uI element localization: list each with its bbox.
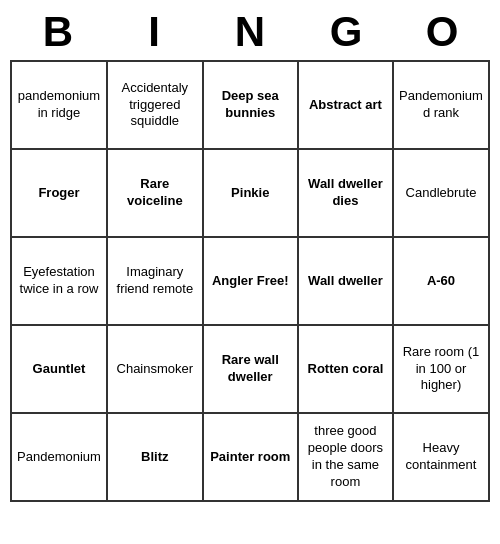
bingo-header: BINGO [10, 0, 490, 60]
cell-4-1: Blitz [107, 413, 203, 501]
bingo-letter-g: G [302, 8, 390, 56]
cell-0-2: Deep sea bunnies [203, 61, 298, 149]
cell-1-1: Rare voiceline [107, 149, 203, 237]
cell-2-0: Eyefestation twice in a row [11, 237, 107, 325]
grid-row-3: GauntletChainsmokerRare wall dwellerRott… [11, 325, 489, 413]
cell-4-2: Painter room [203, 413, 298, 501]
cell-0-4: Pandemonium d rank [393, 61, 489, 149]
cell-2-1: Imaginary friend remote [107, 237, 203, 325]
cell-1-4: Candlebrute [393, 149, 489, 237]
cell-1-0: Froger [11, 149, 107, 237]
cell-1-2: Pinkie [203, 149, 298, 237]
cell-0-1: Accidentaly triggered squiddle [107, 61, 203, 149]
cell-4-0: Pandemonium [11, 413, 107, 501]
bingo-letter-i: I [110, 8, 198, 56]
cell-0-3: Abstract art [298, 61, 393, 149]
grid-row-0: pandemonium in ridgeAccidentaly triggere… [11, 61, 489, 149]
cell-2-3: Wall dweller [298, 237, 393, 325]
cell-4-4: Heavy containment [393, 413, 489, 501]
cell-2-4: A-60 [393, 237, 489, 325]
bingo-grid: pandemonium in ridgeAccidentaly triggere… [10, 60, 490, 502]
grid-row-2: Eyefestation twice in a rowImaginary fri… [11, 237, 489, 325]
cell-0-0: pandemonium in ridge [11, 61, 107, 149]
cell-3-2: Rare wall dweller [203, 325, 298, 413]
bingo-letter-n: N [206, 8, 294, 56]
grid-row-4: PandemoniumBlitzPainter roomthree good p… [11, 413, 489, 501]
bingo-letter-b: B [14, 8, 102, 56]
cell-3-1: Chainsmoker [107, 325, 203, 413]
cell-3-4: Rare room (1 in 100 or higher) [393, 325, 489, 413]
grid-row-1: FrogerRare voicelinePinkieWall dweller d… [11, 149, 489, 237]
cell-1-3: Wall dweller dies [298, 149, 393, 237]
bingo-letter-o: O [398, 8, 486, 56]
cell-3-3: Rotten coral [298, 325, 393, 413]
cell-3-0: Gauntlet [11, 325, 107, 413]
cell-2-2: Angler Free! [203, 237, 298, 325]
cell-4-3: three good people doors in the same room [298, 413, 393, 501]
